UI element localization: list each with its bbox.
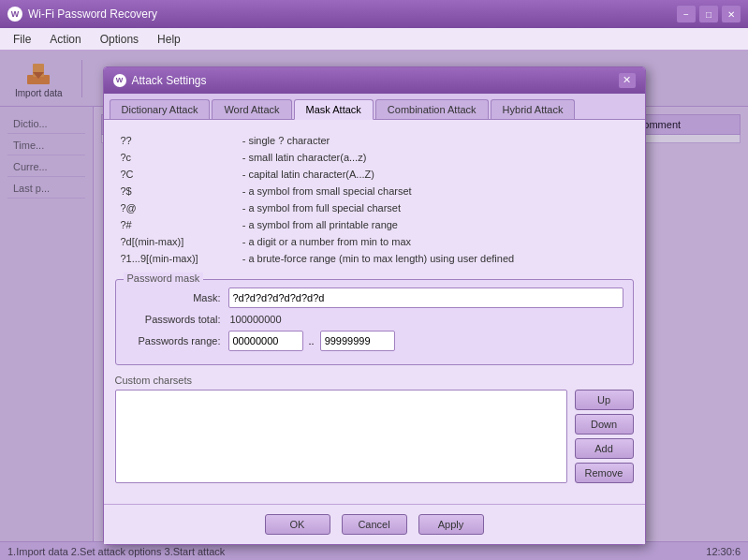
legend-row-6: ?d[(min-max)] - a digit or a number from… xyxy=(117,234,632,249)
charsets-list[interactable] xyxy=(115,390,567,483)
tab-dictionary-attack[interactable]: Dictionary Attack xyxy=(110,99,211,119)
mask-row: Mask: xyxy=(125,287,623,308)
range-row: Passwords range: .. xyxy=(125,331,623,351)
remove-button[interactable]: Remove xyxy=(575,463,634,483)
legend-code-4: ?@ xyxy=(117,200,237,215)
legend-row-1: ?c - small latin character(a...z) xyxy=(117,150,632,165)
ok-button[interactable]: OK xyxy=(265,514,330,535)
menu-action[interactable]: Action xyxy=(40,31,90,48)
custom-charsets-section: Custom charsets Up Down Add Remove xyxy=(115,375,634,483)
charsets-layout: Up Down Add Remove xyxy=(115,390,634,483)
legend-desc-6: - a digit or a number from min to max xyxy=(239,234,632,249)
tab-word-attack[interactable]: Word Attack xyxy=(212,99,291,119)
legend-table: ?? - single ? character ?c - small latin… xyxy=(115,131,634,268)
legend-desc-3: - a symbol from small special charset xyxy=(239,184,632,199)
total-label: Passwords total: xyxy=(125,314,228,325)
total-value: 100000000 xyxy=(228,314,282,325)
modal-overlay: W Attack Settings ✕ Dictionary Attack Wo… xyxy=(0,51,748,560)
legend-code-6: ?d[(min-max)] xyxy=(117,234,237,249)
tab-mask-attack[interactable]: Mask Attack xyxy=(294,99,374,120)
down-button[interactable]: Down xyxy=(575,414,634,435)
legend-code-5: ?# xyxy=(117,217,237,232)
app-title: Wi-Fi Password Recovery xyxy=(28,7,677,21)
legend-desc-0: - single ? character xyxy=(239,133,632,148)
menu-bar: File Action Options Help xyxy=(0,28,748,51)
minimize-button[interactable]: − xyxy=(677,6,696,22)
legend-desc-7: - a brute-force range (min to max length… xyxy=(239,251,632,266)
menu-file[interactable]: File xyxy=(4,31,40,48)
total-row: Passwords total: 100000000 xyxy=(125,314,623,325)
dialog-title-text: Attack Settings xyxy=(132,74,619,87)
password-mask-legend: Password mask xyxy=(124,273,204,284)
dialog-close-button[interactable]: ✕ xyxy=(619,73,636,88)
apply-button[interactable]: Apply xyxy=(418,514,484,535)
up-button[interactable]: Up xyxy=(575,390,634,410)
legend-code-7: ?1...9[(min-max)] xyxy=(117,251,237,266)
app-icon: W xyxy=(7,7,22,22)
title-bar: W Wi-Fi Password Recovery − □ ✕ xyxy=(0,0,748,28)
legend-desc-4: - a symbol from full special charset xyxy=(239,200,632,215)
legend-desc-5: - a symbol from all printable range xyxy=(239,217,632,232)
menu-help[interactable]: Help xyxy=(148,31,190,48)
cancel-button[interactable]: Cancel xyxy=(342,514,407,535)
tab-combination-attack[interactable]: Combination Attack xyxy=(375,99,489,119)
legend-desc-2: - capital latin character(A...Z) xyxy=(239,167,632,182)
legend-row-7: ?1...9[(min-max)] - a brute-force range … xyxy=(117,251,632,266)
charsets-label: Custom charsets xyxy=(115,375,634,386)
dialog-tabs: Dictionary Attack Word Attack Mask Attac… xyxy=(104,94,645,120)
legend-code-1: ?c xyxy=(117,150,237,165)
range-label: Passwords range: xyxy=(125,335,228,346)
legend-row-5: ?# - a symbol from all printable range xyxy=(117,217,632,232)
restore-button[interactable]: □ xyxy=(699,6,718,22)
dialog-title-bar: W Attack Settings ✕ xyxy=(104,67,645,94)
tab-hybrid-attack[interactable]: Hybrid Attack xyxy=(491,99,576,119)
legend-desc-1: - small latin character(a...z) xyxy=(239,150,632,165)
legend-row-4: ?@ - a symbol from full special charset xyxy=(117,200,632,215)
range-from-input[interactable] xyxy=(228,331,303,351)
legend-code-3: ?$ xyxy=(117,184,237,199)
dialog-footer: OK Cancel Apply xyxy=(104,504,645,544)
dialog-icon: W xyxy=(113,74,126,87)
attack-settings-dialog: W Attack Settings ✕ Dictionary Attack Wo… xyxy=(103,66,646,545)
password-mask-group: Password mask Mask: Passwords total: 100… xyxy=(115,279,634,365)
dialog-content: ?? - single ? character ?c - small latin… xyxy=(104,120,645,504)
titlebar-controls: − □ ✕ xyxy=(677,6,741,22)
legend-code-0: ?? xyxy=(117,133,237,148)
close-button[interactable]: ✕ xyxy=(722,6,741,22)
range-separator: .. xyxy=(303,335,320,346)
charsets-buttons: Up Down Add Remove xyxy=(575,390,634,483)
menu-options[interactable]: Options xyxy=(91,31,148,48)
add-button[interactable]: Add xyxy=(575,438,634,459)
legend-row-3: ?$ - a symbol from small special charset xyxy=(117,184,632,199)
legend-row-2: ?C - capital latin character(A...Z) xyxy=(117,167,632,182)
legend-code-2: ?C xyxy=(117,167,237,182)
mask-label: Mask: xyxy=(125,292,228,303)
legend-row-0: ?? - single ? character xyxy=(117,133,632,148)
range-to-input[interactable] xyxy=(320,331,395,351)
mask-input[interactable] xyxy=(228,287,623,308)
